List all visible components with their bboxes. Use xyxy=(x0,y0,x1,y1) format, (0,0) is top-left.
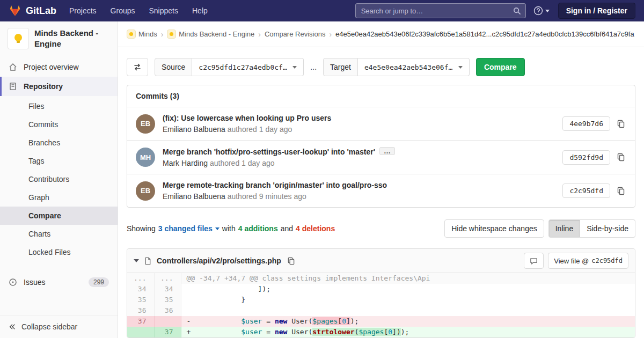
code-token xyxy=(191,328,241,336)
gitlab-logo-text: GitLab xyxy=(26,5,56,17)
inline-view-button[interactable]: Inline xyxy=(548,219,580,238)
side-by-side-view-button[interactable]: Side-by-side xyxy=(580,219,635,238)
view-file-button[interactable]: View file @ c2c95dfd xyxy=(548,253,628,269)
gitlab-tanuki-icon xyxy=(9,4,21,17)
new-line-number[interactable] xyxy=(154,316,181,327)
commit-row: EB Merge remote-tracking branch 'origin/… xyxy=(127,174,635,207)
project-title: Minds Backend - Engine xyxy=(34,28,110,50)
nav-item-help[interactable]: Help xyxy=(192,6,208,15)
copy-sha-button[interactable] xyxy=(616,152,626,163)
old-line-number[interactable] xyxy=(127,327,154,337)
hide-whitespace-button[interactable]: Hide whitespace changes xyxy=(444,219,544,238)
gitlab-logo[interactable]: GitLab xyxy=(9,4,56,17)
avatar[interactable]: EB xyxy=(136,114,155,134)
sidebar-item-charts[interactable]: Charts xyxy=(0,225,118,243)
sidebar-item-branches[interactable]: Branches xyxy=(0,134,118,152)
commit-title-link[interactable]: (fix): Use lowercase when looking up Pro… xyxy=(163,114,555,122)
copy-sha-button[interactable] xyxy=(616,119,626,129)
and-label: and xyxy=(281,224,293,233)
code-token: 0 xyxy=(388,328,392,336)
collapse-diff-icon[interactable] xyxy=(134,259,139,262)
avatar[interactable]: EB xyxy=(136,181,155,201)
repository-icon xyxy=(9,82,17,91)
new-line-number[interactable]: 37 xyxy=(154,327,181,337)
commit-author-link[interactable]: Mark Harding xyxy=(163,159,208,167)
swap-revisions-button[interactable] xyxy=(127,58,148,76)
commit-author-link[interactable]: Emiliano Balbuena xyxy=(163,192,225,201)
old-line-number[interactable]: 37 xyxy=(127,316,154,327)
breadcrumb: Minds › Minds Backend - Engine › Compare… xyxy=(118,21,644,47)
new-line-number[interactable]: 34 xyxy=(154,284,181,295)
code-token: new xyxy=(275,328,287,336)
source-revision-dropdown[interactable]: c2c95dfd1c27a4edb0cf… xyxy=(192,58,304,76)
commit-title-link[interactable]: Merge branch 'hotfix/pro-settings-user-l… xyxy=(163,147,555,156)
new-line-number[interactable]: ... xyxy=(154,273,181,284)
sidebar-item-contributors[interactable]: Contributors xyxy=(0,170,118,188)
expand-commit-message-button[interactable]: … xyxy=(379,147,395,155)
copy-sha-button[interactable] xyxy=(616,186,626,196)
code-token: $user xyxy=(241,328,262,336)
range-separator: ... xyxy=(310,63,317,71)
commit-author-link[interactable]: Emiliano Balbuena xyxy=(163,125,225,134)
code-token: ] xyxy=(346,317,350,325)
breadcrumb-compare-revisions[interactable]: Compare Revisions xyxy=(265,30,325,38)
sidebar-item-commits[interactable]: Commits xyxy=(0,115,118,134)
commit-sha-link[interactable]: c2c95dfd xyxy=(562,183,610,198)
nav-item-projects[interactable]: Projects xyxy=(69,6,97,15)
breadcrumb-project[interactable]: Minds Backend - Engine xyxy=(167,30,254,39)
compare-button[interactable]: Compare xyxy=(476,58,525,76)
sidebar-item-locked-files[interactable]: Locked Files xyxy=(0,243,118,261)
question-icon xyxy=(533,6,543,16)
code-cell: ]); xyxy=(181,284,635,295)
target-revision-dropdown[interactable]: e4e5e0ea42aeb543e06f… xyxy=(358,58,470,76)
copy-icon xyxy=(617,187,625,195)
code-token: ) xyxy=(397,328,401,336)
toggle-comments-button[interactable] xyxy=(524,253,544,269)
new-line-number[interactable]: 36 xyxy=(154,305,181,316)
sidebar-item-graph[interactable]: Graph xyxy=(0,188,118,207)
changed-files-dropdown[interactable]: 3 changed files xyxy=(158,224,219,233)
project-avatar-small xyxy=(167,30,176,39)
group-avatar xyxy=(127,30,136,39)
sidebar-item-issues[interactable]: Issues 299 xyxy=(0,272,118,292)
commit-title-link[interactable]: Merge remote-tracking branch 'origin/mas… xyxy=(163,181,555,189)
nav-item-snippets[interactable]: Snippets xyxy=(149,6,178,15)
code-token: ); xyxy=(350,317,359,325)
additions-count: 4 additions xyxy=(238,224,278,233)
code-token: } xyxy=(187,296,246,304)
sidebar-item-compare[interactable]: Compare xyxy=(0,207,118,225)
new-line-number[interactable]: 35 xyxy=(154,295,181,305)
commit-sha-link[interactable]: d592fd9d xyxy=(562,150,610,165)
sidebar-project-context[interactable]: Minds Backend - Engine xyxy=(0,21,118,57)
with-label: with xyxy=(222,224,236,233)
search-input[interactable] xyxy=(356,7,525,15)
sidebar-item-files[interactable]: Files xyxy=(0,97,118,115)
file-icon xyxy=(144,257,152,265)
sidebar-item-tags[interactable]: Tags xyxy=(0,152,118,170)
sign-in-button[interactable]: Sign in / Register xyxy=(558,3,635,19)
diff-table: ......@@ -34,7 +34,7 @@ class settings i… xyxy=(127,273,635,337)
code-cell: @@ -34,7 +34,7 @@ class settings impleme… xyxy=(181,273,635,284)
nav-item-groups[interactable]: Groups xyxy=(111,6,135,15)
sidebar-nav: Project overview Repository Files Commit… xyxy=(0,57,118,315)
old-line-number[interactable]: ... xyxy=(127,273,154,284)
code-token: new xyxy=(275,317,287,325)
diff-line-del: 37- $user = new User($pages[0]); xyxy=(127,316,635,327)
copy-file-path-button[interactable] xyxy=(286,256,296,266)
help-dropdown[interactable] xyxy=(533,6,550,16)
top-navbar: GitLab Projects Groups Snippets Help xyxy=(0,0,644,21)
sidebar-item-repository[interactable]: Repository xyxy=(0,77,118,96)
breadcrumb-group[interactable]: Minds xyxy=(127,30,157,39)
code-token: [ xyxy=(338,317,342,325)
chevron-right-icon: › xyxy=(161,30,164,39)
commit-row: MH Merge branch 'hotfix/pro-settings-use… xyxy=(127,140,635,174)
old-line-number[interactable]: 35 xyxy=(127,295,154,305)
avatar[interactable]: MH xyxy=(136,148,155,167)
diff-file-path[interactable]: Controllers/api/v2/pro/settings.php xyxy=(157,256,281,265)
code-token: $pages xyxy=(312,317,338,325)
old-line-number[interactable]: 34 xyxy=(127,284,154,295)
old-line-number[interactable]: 36 xyxy=(127,305,154,316)
commit-sha-link[interactable]: 4ee9b7d6 xyxy=(562,116,610,131)
sidebar-item-project-overview[interactable]: Project overview xyxy=(0,57,118,77)
collapse-sidebar-button[interactable]: Collapse sidebar xyxy=(0,315,118,338)
